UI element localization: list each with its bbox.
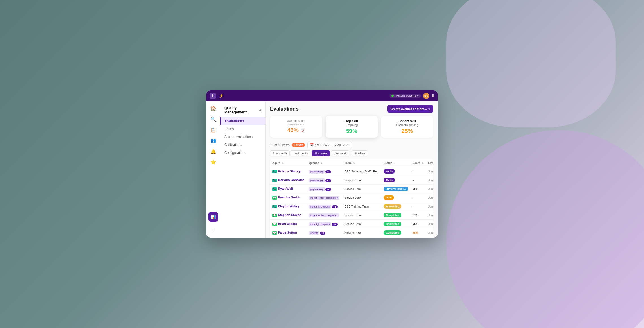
stats-row: Average score 40 evaluations 48% 📈 Top s…: [270, 116, 433, 138]
left-nav-title: Quality Management ◀: [220, 104, 265, 117]
sidebar-item-home[interactable]: 🏠: [208, 103, 218, 113]
agent-name[interactable]: Stephan Steves: [278, 213, 301, 217]
sidebar-item-grid[interactable]: ⠿: [208, 226, 218, 235]
evaluations-table: Agent ⇅ Queues ⇅ Team ⇅ Status ▾ Score ⇅…: [270, 159, 433, 238]
score-cell: -: [410, 193, 426, 202]
status-chevron: ▾: [417, 94, 419, 97]
this-month-btn[interactable]: This month: [270, 150, 290, 156]
eval-date-cell: Jun 17: [426, 176, 433, 185]
team-cell: CSC Training Team: [342, 202, 381, 211]
score-cell: 79%: [410, 185, 426, 193]
col-status[interactable]: Status ▾: [381, 159, 410, 167]
agent-cell: 💬Brian Ortega: [270, 220, 306, 228]
grid-icon[interactable]: ⠿: [432, 94, 434, 98]
table-row: 💬Stephan Stevesincept_order_completionSe…: [270, 211, 433, 220]
last-week-btn[interactable]: Last week: [331, 150, 349, 156]
score-cell: -: [410, 202, 426, 211]
topbar-bolt-icon[interactable]: ⚡: [218, 93, 224, 99]
sidebar-item-users[interactable]: 👥: [208, 136, 218, 145]
nav-item-forms[interactable]: Forms: [220, 125, 265, 133]
team-cell: CSC Scorecard Staff - Re...: [342, 167, 381, 176]
eval-date-cell: Jun 14: [426, 237, 433, 238]
date-range-picker[interactable]: 📅 5 Apr, 2020 → 12 Apr, 2020: [307, 142, 352, 148]
agent-name[interactable]: Ryan Wolf: [278, 187, 293, 190]
filters-button[interactable]: ⊞ Filters: [352, 150, 368, 156]
top-bar: i ⚡ Available 01:25:43 ▾ GO ⠿: [206, 90, 438, 101]
nav-item-evaluations[interactable]: Evaluations: [220, 117, 265, 125]
queue-cell: pharmacyrg+1: [306, 176, 342, 185]
agent-name[interactable]: Clayton Abbey: [278, 204, 300, 208]
col-eval-date[interactable]: Evaluation date ⇅: [426, 159, 433, 167]
agent-name[interactable]: Rebeca Shelley: [278, 169, 301, 173]
queue-cell: Agents+1: [306, 228, 342, 237]
user-avatar[interactable]: GO: [423, 93, 429, 99]
calendar-icon: 📅: [310, 143, 314, 147]
status-indicator[interactable]: Available 01:25:43 ▾: [389, 94, 421, 98]
nav-item-assign-evaluations[interactable]: Assign evaluations: [220, 133, 265, 141]
app-window: i ⚡ Available 01:25:43 ▾ GO ⠿ 🏠 🔍 📋 👥 🔔 …: [206, 90, 438, 238]
score-cell: 87%: [410, 211, 426, 220]
table-row: 💬Brian Ortegaincept_knowpart#+1Service D…: [270, 220, 433, 228]
col-agent[interactable]: Agent ⇅: [270, 159, 306, 167]
draft-badge[interactable]: 3 drafts: [292, 143, 305, 147]
status-cell: Completed: [381, 211, 410, 220]
status-badge: Completed: [384, 230, 401, 235]
average-score-card: Average score 40 evaluations 48% 📈: [270, 116, 322, 138]
status-badge: To do: [384, 169, 395, 174]
queue-cell: hio thermostat+1: [306, 237, 342, 238]
status-badge: To do: [384, 178, 395, 182]
this-week-btn[interactable]: This week: [312, 150, 330, 156]
status-cell: Completed: [381, 220, 410, 228]
main-area: 🏠 🔍 📋 👥 🔔 ⭐ 📊 ⠿ Quality Management ◀ Eva…: [206, 101, 438, 238]
team-cell: Service Desk: [342, 176, 381, 185]
status-label: Available: [395, 94, 405, 97]
queue-cell: pharmacyrg+1: [306, 167, 342, 176]
agent-name[interactable]: Paige Sutton: [278, 231, 297, 234]
agent-cell: 📞Clayton Abbey: [270, 202, 306, 211]
col-score[interactable]: Score ⇅: [410, 159, 426, 167]
create-evaluation-button[interactable]: Create evaluation from... ▾: [387, 105, 433, 113]
avg-score-label: Average score: [275, 119, 318, 122]
nav-item-configurations[interactable]: Configurations: [220, 149, 265, 157]
period-buttons: This month Last month This week Last wee…: [270, 150, 349, 156]
app-logo: i: [210, 93, 216, 99]
bottom-skill-name: Problem solving: [386, 123, 429, 127]
table-row: 📞Rebeca Shelleypharmacyrg+1CSC Scorecard…: [270, 167, 433, 176]
table-row: ✎Terresa Juarezhio thermostat+1Service D…: [270, 237, 433, 238]
last-month-btn[interactable]: Last month: [291, 150, 310, 156]
sidebar-item-star[interactable]: ⭐: [208, 157, 218, 167]
top-skill-value: 59%: [330, 128, 373, 134]
team-cell: Service Desk: [342, 237, 381, 238]
agent-cell: ✎Terresa Juarez: [270, 237, 306, 238]
module-title: Quality Management: [224, 106, 259, 114]
table-row: 💬Paige SuttonAgents+1Service DeskComplet…: [270, 228, 433, 237]
table-row: 💬Beatrice Smithincept_order_completionSe…: [270, 193, 433, 202]
sidebar-item-search[interactable]: 🔍: [208, 114, 218, 124]
status-cell: Completed: [381, 237, 410, 238]
sidebar-item-list[interactable]: 📋: [208, 125, 218, 135]
agent-cell: 💬Beatrice Smith: [270, 193, 306, 202]
col-queues[interactable]: Queues ⇅: [306, 159, 342, 167]
eval-date-cell: Jun 13: [426, 220, 433, 228]
filters-row: 10 of 50 items 3 drafts 📅 5 Apr, 2020 → …: [270, 142, 433, 156]
status-badge: Draft: [384, 195, 394, 200]
collapse-icon[interactable]: ◀: [259, 109, 261, 112]
nav-item-calibrations[interactable]: Calibrations: [220, 141, 265, 149]
team-cell: Service Desk: [342, 228, 381, 237]
left-nav: Quality Management ◀ Evaluations Forms A…: [220, 101, 266, 238]
agent-name[interactable]: Brian Ortega: [278, 222, 297, 225]
top-skill-name: Empathy: [330, 123, 373, 127]
sidebar-item-reports[interactable]: 📊: [208, 212, 218, 222]
main-content: Evaluations Create evaluation from... ▾ …: [266, 101, 438, 238]
status-badge: Completed: [384, 213, 401, 217]
sidebar-item-notifications[interactable]: 🔔: [208, 146, 218, 156]
status-cell: To do: [381, 167, 410, 176]
queue-cell: incept_knowpart#+1: [306, 202, 342, 211]
agent-name[interactable]: Beatrice Smith: [278, 196, 300, 199]
team-cell: Service Desk: [342, 220, 381, 228]
table-row: 📞Clayton Abbeyincept_knowpart#+1CSC Trai…: [270, 202, 433, 211]
status-dot: [391, 95, 394, 97]
agent-name[interactable]: Mariana Gonzalez: [278, 178, 304, 182]
col-team[interactable]: Team ⇅: [342, 159, 381, 167]
status-cell: Draft: [381, 193, 410, 202]
